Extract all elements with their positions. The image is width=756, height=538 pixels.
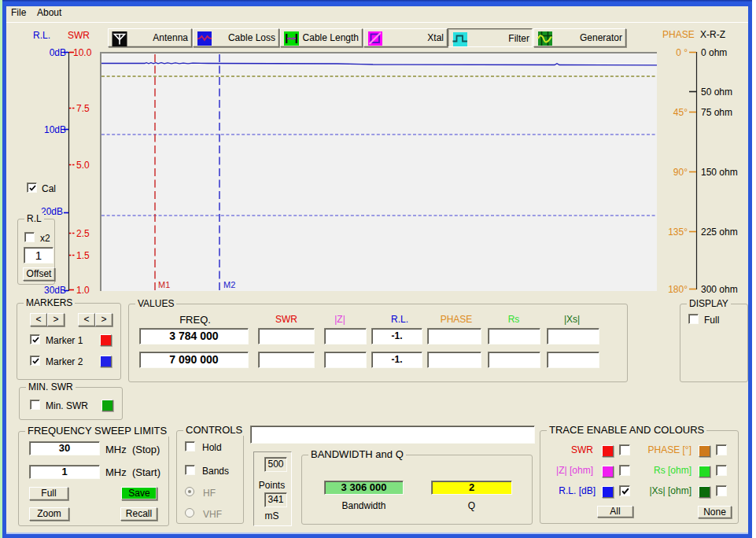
svg-text:M2: M2 [223, 280, 235, 289]
svg-text:M1: M1 [158, 280, 170, 289]
